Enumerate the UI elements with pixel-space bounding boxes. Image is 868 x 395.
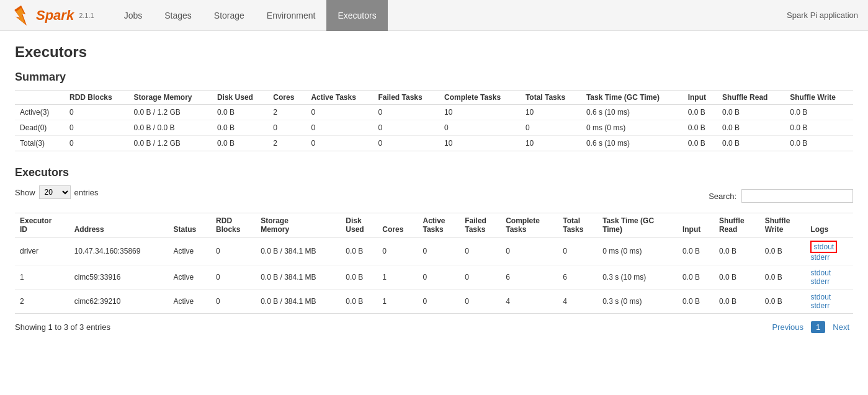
- summary-cell: 0.0 B / 1.2 GB: [128, 105, 212, 120]
- exec-col-input: Input: [678, 213, 714, 237]
- main-content: Executors Summary RDD Blocks Storage Mem…: [0, 31, 868, 345]
- summary-cell: 10: [439, 105, 521, 120]
- exec-cell: 2: [15, 290, 69, 314]
- exec-cell: Active: [169, 290, 212, 314]
- controls-row: Show 20 50 100 entries Search:: [15, 185, 853, 206]
- exec-cell: 0.3 s (10 ms): [597, 265, 678, 290]
- stderr-link[interactable]: stderr: [810, 253, 830, 262]
- exec-col-disk: DiskUsed: [341, 213, 377, 237]
- exec-cell: 0.0 B: [678, 290, 714, 314]
- stderr-link[interactable]: stderr: [810, 277, 830, 286]
- previous-button[interactable]: Previous: [768, 321, 807, 333]
- summary-col-shuffle-read: Shuffle Read: [717, 91, 785, 105]
- summary-cell: 0.0 B: [717, 136, 785, 151]
- exec-cell: 0.0 B / 384.1 MB: [256, 290, 341, 314]
- exec-cell: Active: [169, 265, 212, 290]
- exec-col-shuffle-write: ShuffleWrite: [760, 213, 806, 237]
- summary-row: Dead(0)00.0 B / 0.0 B0.0 B000000 ms (0 m…: [15, 120, 853, 136]
- summary-cell: 0.0 B: [212, 120, 268, 136]
- summary-col-failed-tasks: Failed Tasks: [374, 91, 439, 105]
- summary-cell: 0: [65, 120, 128, 136]
- summary-col-storage: Storage Memory: [128, 91, 212, 105]
- exec-cell: 0.0 B: [678, 265, 714, 290]
- summary-col-total-tasks: Total Tasks: [521, 91, 581, 105]
- summary-cell: 0: [374, 120, 439, 136]
- exec-cell: 4: [558, 290, 597, 314]
- summary-col-disk: Disk Used: [212, 91, 268, 105]
- show-label: Show: [15, 188, 35, 197]
- exec-cell: 0: [418, 237, 460, 265]
- summary-cell: 10: [439, 136, 521, 151]
- summary-cell: 10: [521, 136, 581, 151]
- summary-col-shuffle-write: Shuffle Write: [785, 91, 853, 105]
- nav-stages[interactable]: Stages: [153, 0, 203, 31]
- summary-cell: 0.0 B: [785, 120, 853, 136]
- stdout-link[interactable]: stdout: [810, 269, 831, 277]
- summary-col-complete-tasks: Complete Tasks: [439, 91, 521, 105]
- exec-cell: 0: [501, 237, 558, 265]
- exec-cell: 0.0 B: [341, 290, 377, 314]
- exec-cell: Active: [169, 237, 212, 265]
- summary-col-task-time: Task Time (GC Time): [581, 91, 683, 105]
- entries-select[interactable]: 20 50 100: [39, 185, 71, 199]
- summary-cell: 0: [521, 120, 581, 136]
- summary-cell: 0.0 B: [717, 120, 785, 136]
- exec-cell: 0: [418, 265, 460, 290]
- spark-brand-text: Spark: [36, 7, 74, 24]
- exec-col-id: ExecutorID: [15, 213, 69, 237]
- summary-cell: 0.0 B: [683, 136, 717, 151]
- summary-cell: 2: [268, 105, 306, 120]
- nav-links: Jobs Stages Storage Environment Executor…: [113, 0, 787, 31]
- exec-cell: 0.0 B: [678, 237, 714, 265]
- summary-cell: 0: [306, 120, 373, 136]
- summary-cell: 0.0 B / 0.0 B: [128, 120, 212, 136]
- stderr-link[interactable]: stderr: [810, 301, 830, 310]
- summary-cell: 0: [306, 105, 373, 120]
- next-button[interactable]: Next: [829, 321, 853, 333]
- showing-text: Showing 1 to 3 of 3 entries: [15, 322, 110, 332]
- exec-col-rdd: RDDBlocks: [211, 213, 256, 237]
- summary-cell: 0.0 B: [683, 105, 717, 120]
- exec-col-cores: Cores: [377, 213, 418, 237]
- current-page: 1: [811, 321, 825, 333]
- exec-cell: 10.47.34.160:35869: [69, 237, 169, 265]
- exec-cell: cimc59:33916: [69, 265, 169, 290]
- nav-jobs[interactable]: Jobs: [113, 0, 154, 31]
- exec-col-total-tasks: TotalTasks: [558, 213, 597, 237]
- search-label: Search:: [709, 192, 736, 201]
- executors-table: ExecutorID Address Status RDDBlocks Stor…: [15, 213, 853, 314]
- summary-cell: 0.0 B: [785, 105, 853, 120]
- summary-cell: 0.0 B: [212, 105, 268, 120]
- exec-cell: 0: [418, 290, 460, 314]
- exec-cell: 0.0 B: [714, 290, 760, 314]
- exec-cell: cimc62:39210: [69, 290, 169, 314]
- summary-cell: 0.6 s (10 ms): [581, 105, 683, 120]
- nav-environment[interactable]: Environment: [256, 0, 327, 31]
- navbar: Spark 2.1.1 Jobs Stages Storage Environm…: [0, 0, 868, 31]
- summary-cell: 0.0 B / 1.2 GB: [128, 136, 212, 151]
- stdout-link[interactable]: stdout: [810, 241, 837, 253]
- nav-executors[interactable]: Executors: [326, 0, 387, 31]
- summary-cell: Dead(0): [15, 120, 65, 136]
- exec-col-shuffle-read: ShuffleRead: [714, 213, 760, 237]
- exec-col-storage: StorageMemory: [256, 213, 341, 237]
- summary-cell: 0 ms (0 ms): [581, 120, 683, 136]
- exec-col-status: Status: [169, 213, 212, 237]
- exec-cell: 0: [211, 265, 256, 290]
- exec-cell: 0.0 B: [714, 265, 760, 290]
- summary-row: Active(3)00.0 B / 1.2 GB0.0 B20010100.6 …: [15, 105, 853, 120]
- spark-version: 2.1.1: [79, 12, 94, 19]
- summary-col-active-tasks: Active Tasks: [306, 91, 373, 105]
- search-input[interactable]: [741, 189, 853, 203]
- nav-storage[interactable]: Storage: [203, 0, 256, 31]
- table-row: driver10.47.34.160:35869Active00.0 B / 3…: [15, 237, 853, 265]
- spark-logo: Spark 2.1.1: [10, 4, 94, 27]
- table-row: 1cimc59:33916Active00.0 B / 384.1 MB0.0 …: [15, 265, 853, 290]
- exec-logs-cell: stdoutstderr: [805, 290, 853, 314]
- summary-cell: 0.0 B: [785, 136, 853, 151]
- exec-cell: 0: [460, 265, 501, 290]
- stdout-link[interactable]: stdout: [810, 293, 831, 301]
- exec-cell: 0.0 B: [760, 265, 806, 290]
- summary-cell: 2: [268, 136, 306, 151]
- exec-cell: 0.0 B: [760, 237, 806, 265]
